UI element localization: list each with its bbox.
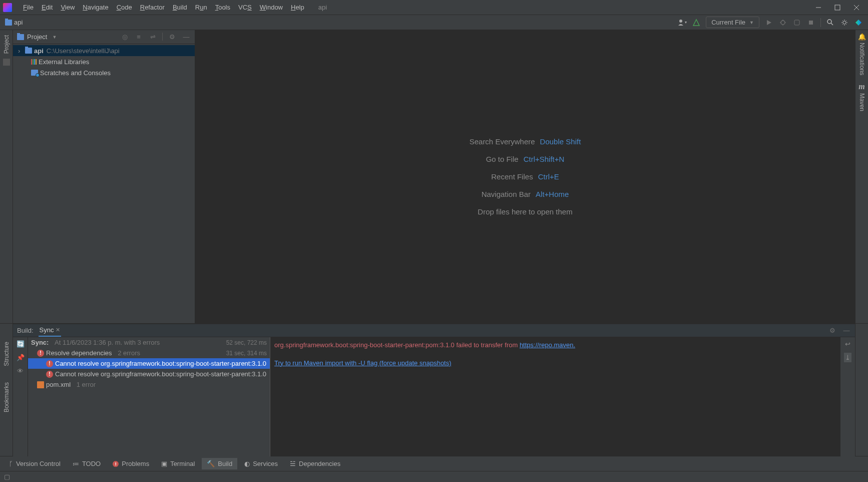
ide-logo-icon[interactable] (854, 18, 863, 27)
build-tree-toolbar: 🔄 📌 👁 (13, 337, 28, 456)
status-bar: ▢ (0, 471, 868, 482)
project-panel: Project ▼ ◎ ≡ ⇌ ⚙ — › api C:\Users\steve… (13, 30, 195, 323)
output-hint-link[interactable]: Try to run Maven import with -U flag (fo… (274, 359, 452, 367)
svg-rect-11 (809, 21, 813, 25)
build-hide-icon[interactable]: — (842, 326, 851, 335)
output-error-link[interactable]: https://repo.maven. (520, 341, 575, 349)
build-tree: Sync: At 11/6/2023 1:36 p. m. with 3 err… (28, 337, 270, 456)
status-window-icon[interactable]: ▢ (4, 473, 10, 480)
output-error-text: org.springframework.boot:spring-boot-sta… (274, 341, 520, 349)
menu-edit[interactable]: Edit (38, 2, 57, 13)
project-view-selector[interactable]: Project ▼ (17, 33, 57, 41)
menu-tools[interactable]: Tools (211, 2, 234, 13)
coverage-icon[interactable] (792, 18, 801, 27)
bottom-tool-bar: ᚴVersion Control ≔TODO !Problems ▣Termin… (0, 456, 868, 471)
close-tab-icon[interactable]: ✕ (56, 327, 60, 333)
notifications-bell-icon[interactable]: 🔔 (858, 33, 866, 41)
menu-run[interactable]: Run (191, 2, 211, 13)
soft-wrap-icon[interactable]: ↩ (845, 340, 850, 348)
build-output-toolbar: ↩ ⤓ (840, 337, 855, 456)
editor-empty-state[interactable]: Search EverywhereDouble Shift Go to File… (195, 30, 855, 323)
tree-root[interactable]: › api C:\Users\steve\intelliJ\api (13, 45, 195, 56)
tree-external-libraries[interactable]: External Libraries (13, 56, 195, 67)
expand-all-icon[interactable]: ≡ (134, 33, 143, 42)
build-panel-tabs: Build: Sync ✕ ⚙ — (13, 324, 855, 337)
pom-label: pom.xml (46, 381, 71, 388)
menu-code[interactable]: Code (113, 2, 136, 13)
build-sync-root[interactable]: Sync: At 11/6/2023 1:36 p. m. with 3 err… (28, 337, 270, 348)
run-icon[interactable] (764, 18, 773, 27)
hint-navbar: Navigation Bar (482, 190, 531, 198)
menu-view[interactable]: View (57, 2, 79, 13)
reload-icon[interactable]: 🔄 (17, 340, 25, 348)
bottom-tab-services[interactable]: ◐Services (239, 458, 283, 469)
maven-icon[interactable]: m (858, 82, 864, 91)
todo-icon: ≔ (73, 460, 79, 467)
sidebar-tab-bookmarks[interactable]: Bookmarks (2, 379, 12, 415)
menu-help[interactable]: Help (287, 2, 308, 13)
right-gutter-lower (855, 324, 868, 456)
build-tab-sync[interactable]: Sync ✕ (39, 324, 62, 337)
chevron-right-icon: › (18, 47, 23, 55)
bottom-tab-dependencies[interactable]: ☱Dependencies (285, 458, 345, 469)
build-error-2[interactable]: ! Cannot resolve org.springframework.boo… (28, 369, 270, 379)
build-pom[interactable]: pom.xml 1 error (28, 379, 270, 390)
divider (820, 18, 821, 27)
tree-root-name: api (34, 47, 44, 55)
view-icon[interactable]: 👁 (17, 367, 24, 375)
sidebar-tab-structure[interactable]: Structure (2, 339, 12, 369)
bottom-tab-vcs[interactable]: ᚴVersion Control (4, 458, 66, 469)
svg-point-4 (679, 20, 682, 23)
bottom-tab-terminal[interactable]: ▣Terminal (156, 458, 200, 469)
project-tree: › api C:\Users\steve\intelliJ\api Extern… (13, 44, 195, 79)
settings-icon[interactable] (840, 18, 849, 27)
commit-tool-icon[interactable] (3, 59, 10, 66)
pin-icon[interactable]: 📌 (17, 354, 25, 361)
svg-point-12 (827, 20, 831, 24)
menu-vcs[interactable]: VCS (234, 2, 256, 13)
bottom-tab-problems[interactable]: !Problems (108, 458, 154, 469)
menu-file[interactable]: File (19, 2, 38, 13)
run-config-selector[interactable]: Current File ▼ (706, 17, 759, 28)
error-1-text: Cannot resolve org.springframework.boot:… (55, 360, 266, 367)
folder-icon (5, 20, 12, 26)
menu-navigate[interactable]: Navigate (79, 2, 112, 13)
breadcrumb[interactable]: api (5, 19, 23, 26)
select-opened-icon[interactable]: ◎ (120, 33, 129, 42)
window-project-name: api (318, 4, 327, 11)
code-with-me-icon[interactable]: ▾ (678, 18, 687, 27)
sidebar-tab-maven[interactable]: Maven (857, 91, 867, 113)
menu-window[interactable]: Window (256, 2, 287, 13)
close-icon[interactable] (853, 4, 860, 11)
collapse-all-icon[interactable]: ⇌ (148, 33, 157, 42)
sidebar-tab-notifications[interactable]: Notifications (857, 41, 867, 77)
bottom-tab-todo[interactable]: ≔TODO (68, 458, 106, 469)
svg-point-14 (843, 21, 846, 24)
sidebar-tab-project[interactable]: Project (2, 32, 12, 57)
sync-duration: 52 sec, 722 ms (226, 339, 267, 346)
hint-recent-key: Ctrl+E (538, 172, 559, 181)
hint-search: Search Everywhere (470, 137, 535, 146)
tree-scratches[interactable]: Scratches and Consoles (13, 67, 195, 78)
folder-icon (25, 48, 32, 54)
debug-icon[interactable] (778, 18, 787, 27)
scroll-end-icon[interactable]: ⤓ (844, 353, 851, 362)
gear-icon[interactable]: ⚙ (168, 33, 177, 42)
menu-build[interactable]: Build (169, 2, 191, 13)
menu-refactor[interactable]: Refactor (136, 2, 169, 13)
build-error-1[interactable]: ! Cannot resolve org.springframework.boo… (28, 358, 270, 369)
stop-icon[interactable] (806, 18, 815, 27)
bottom-tab-build[interactable]: 🔨Build (202, 458, 237, 469)
build-label: Build: (17, 327, 34, 334)
build-settings-icon[interactable]: ⚙ (828, 326, 837, 335)
search-icon[interactable] (826, 18, 835, 27)
hint-navbar-key: Alt+Home (536, 190, 569, 198)
maximize-icon[interactable] (834, 4, 841, 11)
hide-panel-icon[interactable]: — (182, 33, 191, 42)
external-libs-label: External Libraries (39, 58, 89, 66)
build-output[interactable]: org.springframework.boot:spring-boot-sta… (270, 337, 840, 456)
build-resolve-deps[interactable]: ! Resolve dependencies 2 errors 31 sec, … (28, 348, 270, 358)
svg-line-13 (831, 23, 833, 25)
build-icon[interactable] (692, 18, 701, 27)
minimize-icon[interactable] (815, 4, 822, 11)
